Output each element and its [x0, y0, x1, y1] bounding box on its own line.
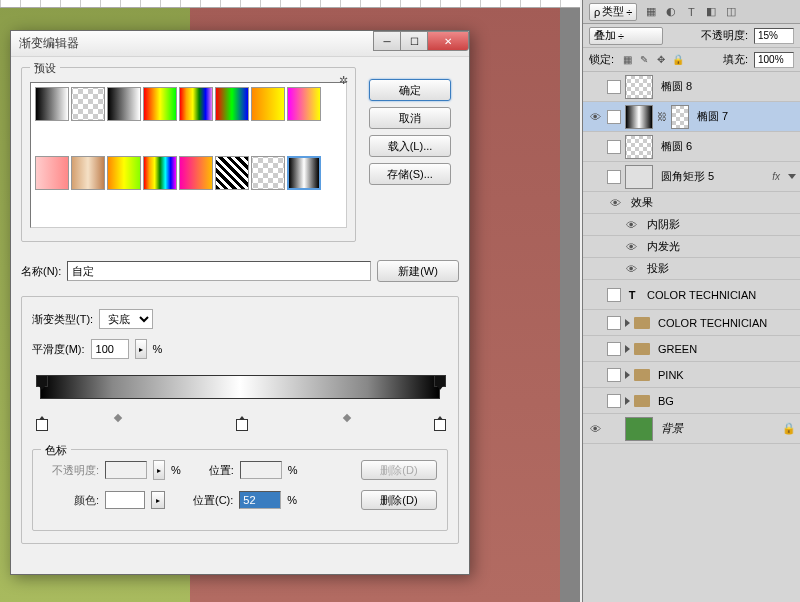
layer-thumbnail[interactable] — [625, 105, 653, 129]
color-stop[interactable] — [36, 417, 46, 431]
chevron-right-icon[interactable] — [625, 319, 630, 327]
chevron-right-icon[interactable]: ▸ — [135, 339, 147, 359]
visibility-toggle[interactable]: 👁 — [623, 241, 639, 253]
preset-swatch[interactable] — [179, 87, 213, 121]
layer-name[interactable]: 椭圆 7 — [693, 109, 796, 124]
layer-checkbox[interactable] — [607, 288, 621, 302]
filter-adjust-icon[interactable]: ◐ — [663, 4, 679, 20]
preset-swatch[interactable] — [251, 156, 285, 190]
preset-swatch-selected[interactable] — [287, 156, 321, 190]
midpoint-diamond[interactable] — [343, 414, 351, 422]
save-button[interactable]: 存储(S)... — [369, 163, 451, 185]
color-stop[interactable] — [434, 417, 444, 431]
preset-swatch[interactable] — [35, 156, 69, 190]
minimize-button[interactable]: ─ — [373, 31, 401, 51]
layer-checkbox[interactable] — [607, 170, 621, 184]
preset-swatch[interactable] — [71, 87, 105, 121]
opacity-stop[interactable] — [36, 375, 46, 389]
color-stop[interactable] — [236, 417, 246, 431]
gradient-preview[interactable] — [40, 375, 440, 399]
layer-row-selected[interactable]: 👁 ⛓ 椭圆 7 — [583, 102, 800, 132]
layer-checkbox[interactable] — [607, 80, 621, 94]
layer-group-row[interactable]: GREEN — [583, 336, 800, 362]
opacity-stop[interactable] — [434, 375, 444, 389]
preset-swatch[interactable] — [107, 156, 141, 190]
layer-group-row[interactable]: PINK — [583, 362, 800, 388]
new-button[interactable]: 新建(W) — [377, 260, 459, 282]
layer-checkbox[interactable] — [607, 394, 621, 408]
color-dropdown-arrow[interactable]: ▸ — [151, 491, 165, 509]
layer-name[interactable]: 背景 — [657, 421, 778, 436]
layer-checkbox[interactable] — [607, 110, 621, 124]
layer-name[interactable]: 椭圆 6 — [657, 139, 796, 154]
filter-smart-icon[interactable]: ◫ — [723, 4, 739, 20]
preset-swatch[interactable] — [251, 87, 285, 121]
blend-mode-select[interactable]: 叠加 ÷ — [589, 27, 663, 45]
lock-paint-icon[interactable]: ✎ — [637, 53, 651, 67]
layer-thumbnail[interactable] — [625, 75, 653, 99]
preset-swatch[interactable] — [215, 87, 249, 121]
cancel-button[interactable]: 取消 — [369, 107, 451, 129]
smoothness-input[interactable] — [91, 339, 129, 359]
effect-row[interactable]: 👁 内发光 — [583, 236, 800, 258]
chevron-down-icon[interactable] — [788, 174, 796, 179]
layer-row[interactable]: 椭圆 8 — [583, 72, 800, 102]
ok-button[interactable]: 确定 — [369, 79, 451, 101]
effect-row[interactable]: 👁 投影 — [583, 258, 800, 280]
color-swatch-button[interactable] — [105, 491, 145, 509]
visibility-toggle[interactable]: 👁 — [607, 197, 623, 209]
fx-label[interactable]: fx — [772, 171, 784, 182]
dialog-titlebar[interactable]: 渐变编辑器 ─ ☐ ✕ — [11, 31, 469, 57]
chevron-right-icon[interactable] — [625, 371, 630, 379]
color-position-input[interactable] — [239, 491, 281, 509]
layer-row[interactable]: T COLOR TECHNICIAN — [583, 280, 800, 310]
effect-row[interactable]: 👁 内阴影 — [583, 214, 800, 236]
layer-name[interactable]: PINK — [654, 369, 796, 381]
layer-checkbox[interactable] — [607, 342, 621, 356]
layer-thumbnail[interactable] — [625, 165, 653, 189]
preset-swatch[interactable] — [179, 156, 213, 190]
visibility-toggle[interactable]: 👁 — [587, 423, 603, 435]
preset-swatch[interactable] — [71, 156, 105, 190]
preset-swatch[interactable] — [107, 87, 141, 121]
layer-name[interactable]: 圆角矩形 5 — [657, 169, 768, 184]
visibility-toggle[interactable]: 👁 — [623, 263, 639, 275]
layer-thumbnail[interactable] — [625, 417, 653, 441]
layer-name[interactable]: GREEN — [654, 343, 796, 355]
filter-image-icon[interactable]: ▦ — [643, 4, 659, 20]
layer-checkbox[interactable] — [607, 368, 621, 382]
layer-name[interactable]: BG — [654, 395, 796, 407]
midpoint-diamond[interactable] — [114, 414, 122, 422]
filter-text-icon[interactable]: T — [683, 4, 699, 20]
layer-checkbox[interactable] — [607, 140, 621, 154]
preset-swatch[interactable] — [215, 156, 249, 190]
preset-swatch[interactable] — [35, 87, 69, 121]
layer-row-background[interactable]: 👁 背景 🔒 — [583, 414, 800, 444]
filter-shape-icon[interactable]: ◧ — [703, 4, 719, 20]
gear-icon[interactable]: ✲ — [335, 72, 351, 88]
name-input[interactable] — [67, 261, 371, 281]
visibility-toggle[interactable]: 👁 — [587, 111, 603, 123]
layer-group-row[interactable]: BG — [583, 388, 800, 414]
layer-row[interactable]: 椭圆 6 — [583, 132, 800, 162]
preset-swatch[interactable] — [287, 87, 321, 121]
layer-thumbnail[interactable] — [625, 135, 653, 159]
preset-swatch[interactable] — [143, 87, 177, 121]
gradient-editor-bar[interactable] — [32, 375, 448, 431]
effects-row[interactable]: 👁 效果 — [583, 192, 800, 214]
lock-all-icon[interactable]: 🔒 — [671, 53, 685, 67]
lock-position-icon[interactable]: ✥ — [654, 53, 668, 67]
layer-row[interactable]: 圆角矩形 5 fx — [583, 162, 800, 192]
layer-group-row[interactable]: COLOR TECHNICIAN — [583, 310, 800, 336]
lock-transparency-icon[interactable]: ▦ — [620, 53, 634, 67]
maximize-button[interactable]: ☐ — [400, 31, 428, 51]
layer-name[interactable]: COLOR TECHNICIAN — [654, 317, 796, 329]
visibility-toggle[interactable]: 👁 — [623, 219, 639, 231]
preset-swatch[interactable] — [143, 156, 177, 190]
layer-name[interactable]: COLOR TECHNICIAN — [643, 289, 796, 301]
close-button[interactable]: ✕ — [427, 31, 469, 51]
chevron-right-icon[interactable] — [625, 345, 630, 353]
load-button[interactable]: 载入(L)... — [369, 135, 451, 157]
gradient-type-select[interactable]: 实底 — [99, 309, 153, 329]
layer-name[interactable]: 椭圆 8 — [657, 79, 796, 94]
